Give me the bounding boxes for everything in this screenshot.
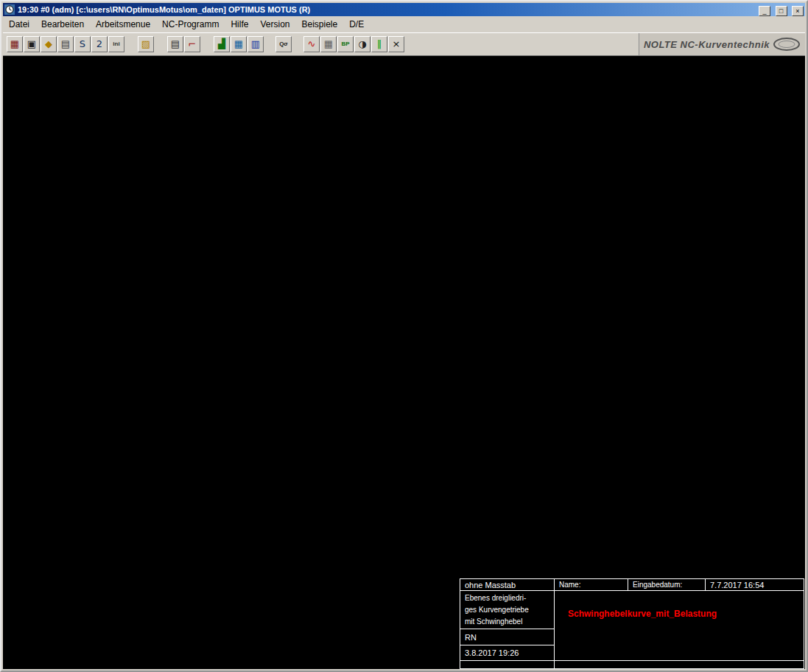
description: Ebenes dreigliedri- ges Kurvengetriebe m… — [460, 591, 555, 629]
phase-icon[interactable]: ◑ — [354, 36, 370, 52]
close-x-icon[interactable]: × — [388, 36, 404, 52]
project-title-cell: Schwinghebelkurve_mit_Belastung — [555, 591, 804, 661]
bp-icon[interactable]: BP — [337, 36, 354, 52]
title-bar: 19:30 #0 (adm) [c:\users\RN\OptimusMotus… — [3, 3, 805, 16]
menu-arbeitsmenue[interactable]: Arbeitsmenue — [90, 17, 156, 32]
curve-icon[interactable]: ∿ — [303, 36, 320, 52]
measure-icon[interactable]: ⌐ — [184, 36, 200, 52]
cube-3d-icon[interactable]: ◆ — [41, 36, 57, 52]
workspace — [3, 56, 805, 669]
minimize-button[interactable]: _ — [759, 6, 770, 16]
toolbar: ▦▣◆▤S2ini▨▤⌐▟▦▥Qσ∿▦BP◑‖× NOLTE NC-Kurven… — [3, 32, 805, 56]
description-line-1: Ebenes dreigliedri- — [465, 592, 554, 604]
q-sigma-icon[interactable]: Qσ — [275, 36, 292, 52]
menu-hilfe[interactable]: Hilfe — [225, 17, 254, 32]
bars-icon[interactable]: ‖ — [371, 36, 387, 52]
open-file-icon[interactable]: ▨ — [138, 36, 154, 52]
app-icon — [4, 4, 15, 15]
machine-icon[interactable]: ▣ — [24, 36, 40, 52]
menu-beispiele[interactable]: Beispiele — [296, 17, 344, 32]
brand-ellipse-icon — [773, 37, 801, 52]
print-date: 3.8.2017 19:26 — [460, 645, 555, 661]
blue-grid-icon[interactable]: ▥ — [247, 36, 264, 52]
menu-ncprogramm[interactable]: NC-Programm — [156, 17, 225, 32]
input-date-label: Eingabedatum: — [628, 579, 706, 591]
project-title: Schwinghebelkurve_mit_Belastung — [568, 609, 717, 619]
menu-de[interactable]: D/E — [343, 17, 370, 32]
s-window-icon[interactable]: S — [74, 36, 91, 52]
name-label: Name: — [555, 579, 628, 591]
text-editor-icon[interactable]: ▤ — [167, 36, 183, 52]
input-date: 7.7.2017 16:54 — [706, 579, 804, 591]
new-icon[interactable]: ▦ — [7, 36, 23, 52]
diagram-icon[interactable]: ▟ — [214, 36, 230, 52]
color-table-icon[interactable]: ▦ — [231, 36, 247, 52]
left-empty-cell — [460, 661, 555, 669]
brand-logo: NOLTE NC-Kurventechnik — [639, 33, 805, 55]
grid2-icon[interactable]: ▦ — [320, 36, 337, 52]
menu-version[interactable]: Version — [254, 17, 295, 32]
author: RN — [460, 629, 555, 645]
window-title: 19:30 #0 (adm) [c:\users\RN\OptimusMotus… — [18, 5, 757, 14]
app-window: 19:30 #0 (adm) [c:\users\RN\OptimusMotus… — [0, 0, 808, 672]
second-window-icon[interactable]: 2 — [91, 36, 108, 52]
window-controls: _ □ × — [757, 3, 804, 17]
menu-bearbeiten[interactable]: Bearbeiten — [35, 17, 90, 32]
scale-note: ohne Masstab — [460, 579, 555, 591]
bottom-empty-cell — [555, 661, 804, 669]
title-block: ohne Masstab Ebenes dreigliedri- ges Kur… — [460, 578, 804, 669]
description-line-2: ges Kurvengetriebe — [465, 604, 554, 616]
menu-datei[interactable]: Datei — [3, 17, 35, 32]
description-line-3: mit Schwinghebel — [465, 616, 554, 628]
brand-text: NOLTE NC-Kurventechnik — [644, 39, 770, 50]
toolbar-buttons: ▦▣◆▤S2ini▨▤⌐▟▦▥Qσ∿▦BP◑‖× — [3, 36, 404, 52]
menu-bar: DateiBearbeitenArbeitsmenueNC-ProgrammHi… — [3, 16, 805, 32]
print-icon[interactable]: ▤ — [57, 36, 74, 52]
init-icon[interactable]: ini — [108, 36, 124, 52]
close-button[interactable]: × — [792, 6, 804, 16]
maximize-button[interactable]: □ — [776, 6, 787, 16]
